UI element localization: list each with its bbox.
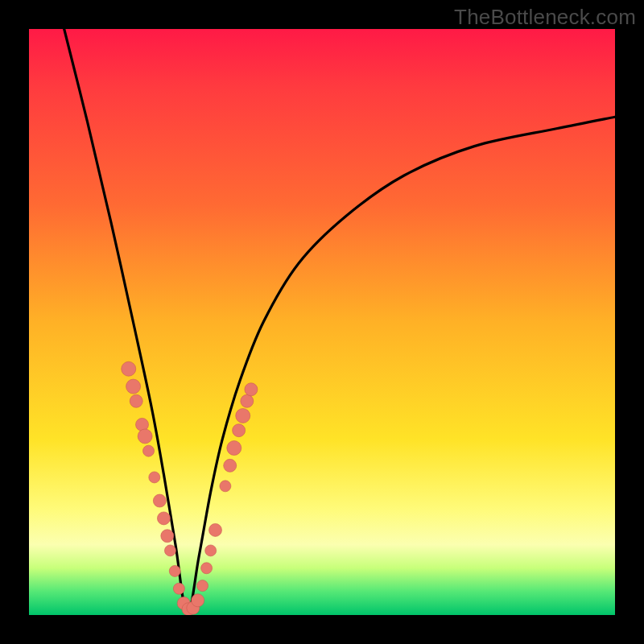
data-marker (149, 472, 160, 483)
data-marker (138, 429, 152, 444)
data-marker (224, 459, 237, 472)
data-marker (126, 379, 141, 394)
data-marker (153, 494, 166, 507)
plot-area (29, 29, 615, 615)
data-marker (241, 394, 254, 407)
data-marker (236, 408, 250, 423)
data-marker (130, 394, 142, 407)
data-marker (201, 563, 213, 574)
data-marker (233, 424, 246, 437)
data-marker (220, 481, 231, 492)
marker-group (122, 361, 258, 615)
chart-svg (29, 29, 615, 615)
data-marker (173, 583, 184, 594)
data-marker (192, 594, 204, 607)
frame-right-cap (615, 0, 644, 644)
frame-top-cap (0, 0, 644, 29)
data-marker (245, 383, 258, 396)
data-marker (196, 580, 208, 592)
data-marker (122, 361, 136, 376)
bottleneck-curve (64, 29, 615, 615)
frame-left-cap (0, 0, 29, 644)
data-marker (169, 565, 180, 576)
data-marker (205, 545, 217, 556)
data-marker (164, 545, 175, 556)
frame-bottom-cap (0, 615, 644, 644)
data-marker (227, 441, 242, 456)
data-marker (161, 530, 174, 543)
chart-frame: TheBottleneck.com (0, 0, 644, 644)
data-marker (157, 512, 170, 525)
data-marker (209, 523, 222, 536)
data-marker (143, 445, 155, 456)
